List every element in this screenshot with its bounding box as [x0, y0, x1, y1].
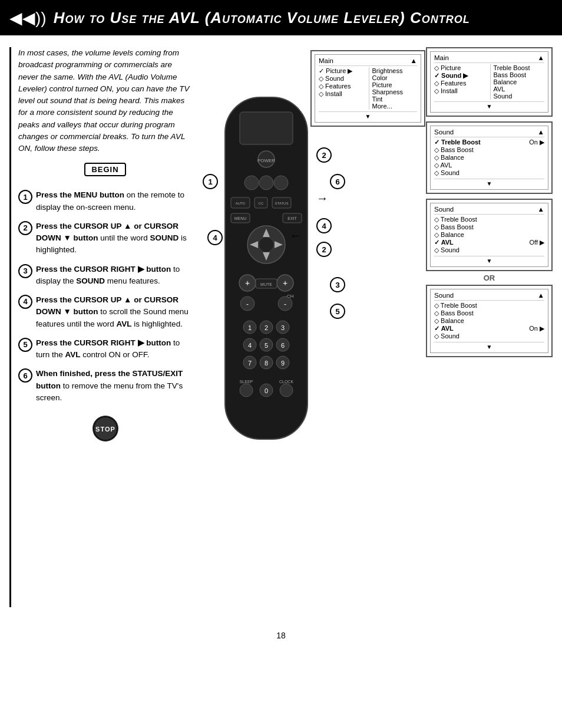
menu3-item-trebleboost: ✓ Treble Boost On ▶: [434, 139, 544, 146]
menu4-header: Sound: [434, 206, 454, 213]
svg-text:CLOCK: CLOCK: [279, 380, 293, 384]
svg-text:2: 2: [265, 324, 268, 331]
menu5-item-balance: ◇ Balance: [434, 317, 544, 325]
menu2-up-arrow: ▲: [538, 54, 544, 61]
menu2-install: ◇ Install: [434, 87, 485, 95]
menu1-up-arrow: ▲: [411, 57, 417, 64]
step-num-2: 2: [18, 221, 32, 235]
step-num-1: 1: [18, 190, 32, 204]
menu3-item-balance: ◇ Balance: [434, 154, 544, 162]
step-4: 4 Press the CURSOR UP ▲ or CURSOR DOWN ▼…: [18, 294, 192, 330]
bubble-2-bottom: 2: [316, 242, 332, 257]
menu1-sub-color: Color: [372, 74, 418, 81]
step-2: 2 Press the CURSOR UP ▲ or CURSOR DOWN ▼…: [18, 220, 192, 256]
screen-menu-4: Sound ▲ ◇ Treble Boost ◇ Bass Boost ◇ Ba…: [426, 199, 553, 271]
menu1-item-install: ◇ Install: [319, 90, 364, 98]
or-label: OR: [426, 274, 553, 282]
menu2-picture: ◇ Picture: [434, 64, 485, 72]
screen-menu-1: Main ▲ ✓ Picture ▶ ◇ Sound ◇ Features ◇ …: [310, 50, 425, 127]
menu2-header: Main: [434, 54, 449, 61]
svg-text:7: 7: [248, 360, 252, 367]
svg-point-7: [259, 176, 273, 190]
step-5: 5 Press the CURSOR RIGHT ▶ button to tur…: [18, 337, 192, 361]
menu2-sub-avl: AVL: [494, 85, 545, 93]
step-num-4: 4: [18, 295, 32, 309]
right-panel: Main ▲ ✓ Picture ▶ ◇ Sound ◇ Features ◇ …: [201, 47, 553, 607]
bubble-1: 1: [203, 174, 218, 189]
menu5-item-avl: ✓ AVL On ▶: [434, 325, 544, 332]
svg-text:MENU: MENU: [234, 216, 247, 220]
volume-icon: ◀◀)): [9, 8, 47, 28]
svg-text:1: 1: [248, 324, 252, 331]
menu1-sub-brightness: Brightness: [372, 67, 418, 74]
bubble-3: 3: [330, 277, 345, 292]
svg-point-8: [274, 176, 288, 190]
bubble-2-top: 2: [316, 147, 332, 163]
menu5-item-sound: ◇ Sound: [434, 332, 544, 340]
step-num-6: 6: [18, 368, 32, 383]
step-num-5: 5: [18, 338, 32, 352]
svg-point-55: [240, 384, 253, 397]
svg-text:8: 8: [265, 360, 268, 367]
bubble-4: 4: [316, 218, 332, 233]
menu1-sub-tint: Tint: [372, 95, 418, 103]
menu2-sub-trebleboost: Treble Boost: [494, 64, 545, 71]
svg-text:EXIT: EXIT: [287, 216, 297, 220]
menu2-features: ◇ Features: [434, 80, 485, 87]
menu4-up-arrow: ▲: [538, 206, 544, 213]
page-title: How to Use the AVL (Automatic Volume Lev…: [54, 9, 470, 27]
step-6: 6 When finished, press the STATUS/EXIT b…: [18, 368, 192, 404]
menu5-item-trebleboost: ◇ Treble Boost: [434, 302, 544, 309]
bubble-4-left: 4: [207, 230, 223, 245]
menu3-header: Sound: [434, 129, 454, 136]
menu1-item-sound: ◇ Sound: [319, 75, 364, 83]
step-text-6: When finished, press the STATUS/EXIT but…: [36, 368, 192, 404]
svg-point-20: [259, 237, 274, 252]
svg-point-59: [280, 384, 293, 397]
page-number: 18: [0, 619, 562, 646]
menu4-item-balance: ◇ Balance: [434, 231, 544, 239]
svg-text:9: 9: [281, 360, 285, 367]
stop-badge: STOP: [92, 416, 118, 442]
step-1: 1 Press the MENU button on the remote to…: [18, 189, 192, 213]
screen-menu-2: Main ▲ ◇ Picture ✓ Sound ▶ ◇ Features ◇ …: [426, 47, 553, 117]
svg-text:+: +: [245, 278, 250, 288]
menu2-sound: ✓ Sound ▶: [434, 72, 485, 80]
menu4-item-sound: ◇ Sound: [434, 246, 544, 254]
bubble-5: 5: [330, 304, 345, 319]
menu1-sub-picture: Picture: [372, 81, 418, 88]
page-header: ◀◀)) How to Use the AVL (Automatic Volum…: [0, 0, 562, 35]
menu3-item-avl: ◇ AVL: [434, 162, 544, 169]
remote-control: POWER AUTO CC STATUS MENU EXIT: [207, 94, 325, 462]
menu1-sub-sharpness: Sharpness: [372, 88, 418, 95]
step-text-4: Press the CURSOR UP ▲ or CURSOR DOWN ▼ b…: [36, 294, 192, 330]
arrow-annotation-left: →: [290, 230, 302, 243]
main-content: In most cases, the volume levels coming …: [0, 35, 562, 619]
svg-text:SLEEP: SLEEP: [240, 380, 253, 384]
menus-stack: Main ▲ ◇ Picture ✓ Sound ▶ ◇ Features ◇ …: [426, 47, 553, 357]
step-text-3: Press the CURSOR RIGHT ▶ button to displ…: [36, 263, 192, 288]
svg-text:CC: CC: [259, 202, 264, 205]
svg-text:5: 5: [265, 342, 268, 349]
step-text-2: Press the CURSOR UP ▲ or CURSOR DOWN ▼ b…: [36, 220, 192, 256]
menu1-item-features: ◇ Features: [319, 83, 364, 90]
menu3-up-arrow: ▲: [538, 129, 544, 136]
intro-text: In most cases, the volume levels coming …: [18, 47, 192, 154]
menu2-sub-bassboost: Bass Boost: [494, 71, 545, 78]
step-text-5: Press the CURSOR RIGHT ▶ button to turn …: [36, 337, 192, 361]
menu5-item-bassboost: ◇ Bass Boost: [434, 309, 544, 317]
menu4-item-avl: ✓ AVL Off ▶: [434, 239, 544, 246]
step-num-3: 3: [18, 264, 32, 278]
svg-text:AUTO: AUTO: [236, 202, 246, 205]
svg-rect-3: [240, 112, 293, 144]
svg-text:-: -: [246, 300, 249, 308]
svg-text:6: 6: [281, 342, 285, 349]
step-text-1: Press the MENU button on the remote to d…: [36, 189, 192, 213]
menu4-item-trebleboost: ◇ Treble Boost: [434, 216, 544, 223]
step-3: 3 Press the CURSOR RIGHT ▶ button to dis…: [18, 263, 192, 288]
menu2-sub-balance: Balance: [494, 78, 545, 85]
left-panel: In most cases, the volume levels coming …: [9, 47, 192, 607]
svg-point-6: [244, 176, 259, 190]
menu1-item-picture: ✓ Picture ▶: [319, 67, 364, 75]
svg-text:STATUS: STATUS: [275, 202, 289, 205]
